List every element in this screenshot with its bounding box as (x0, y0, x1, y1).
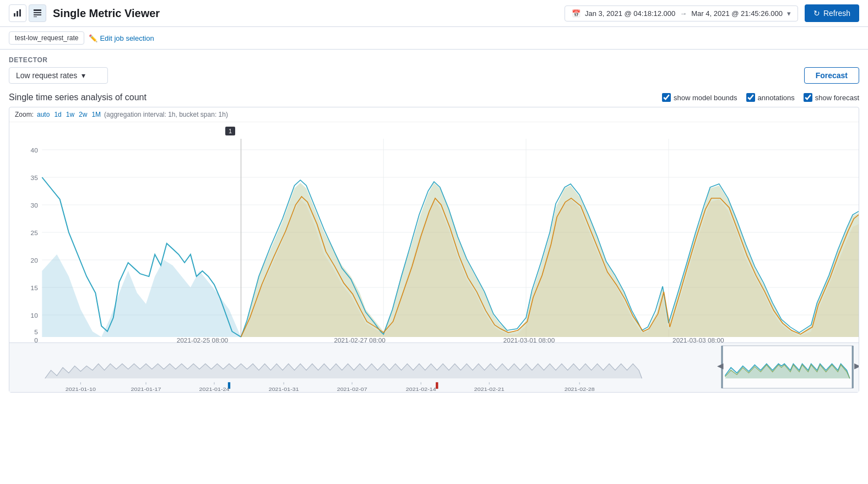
annotations-checkbox[interactable] (746, 93, 755, 102)
zoom-label: Zoom: (15, 111, 34, 118)
edit-icon: ✏️ (89, 34, 97, 42)
show-forecast-text: show forecast (815, 94, 859, 102)
chart-header: Single time series analysis of count sho… (0, 90, 868, 107)
date-end: Mar 4, 2021 @ 21:45:26.000 (691, 9, 783, 18)
page-title: Single Metric Viewer (53, 7, 558, 20)
svg-text:0: 0 (34, 337, 38, 342)
svg-text:2021-02-21: 2021-02-21 (474, 386, 504, 392)
svg-text:2021-03-01 08:00: 2021-03-01 08:00 (503, 337, 555, 342)
svg-text:30: 30 (31, 202, 38, 209)
chart-view-button[interactable] (9, 4, 26, 22)
navigator-svg: ◀ ▶ 2021-01-10 2021-01-17 2021-01-24 202… (9, 343, 859, 392)
zoom-bar: Zoom: auto 1d 1w 2w 1M (aggregation inte… (9, 107, 859, 122)
show-model-bounds-label[interactable]: show model bounds (662, 93, 737, 102)
main-chart: 1 40 35 30 25 20 15 10 (9, 122, 859, 342)
forecast-button[interactable]: Forecast (804, 67, 859, 84)
zoom-1m[interactable]: 1M (91, 111, 101, 118)
anomaly-badge: 1 (225, 127, 235, 135)
show-model-bounds-text: show model bounds (674, 94, 737, 102)
svg-rect-1 (17, 11, 18, 17)
table-view-button[interactable] (29, 4, 46, 22)
edit-job-button[interactable]: ✏️ Edit job selection (89, 34, 154, 42)
svg-text:35: 35 (31, 175, 38, 181)
svg-text:40: 40 (31, 147, 38, 154)
detector-label: Detector (9, 56, 859, 64)
svg-text:▶: ▶ (854, 362, 859, 370)
detector-section: Detector Low request rates ▾ Forecast (0, 50, 868, 90)
chevron-down-icon: ▾ (82, 71, 85, 80)
show-forecast-checkbox[interactable] (804, 93, 812, 102)
main-chart-svg: 40 35 30 25 20 15 10 5 0 (9, 122, 859, 342)
svg-text:25: 25 (31, 230, 38, 236)
refresh-icon: ↻ (813, 9, 820, 18)
date-range-picker[interactable]: 📅 Jan 3, 2021 @ 04:18:12.000 → Mar 4, 20… (565, 6, 798, 21)
annotations-text: annotations (758, 94, 795, 102)
date-separator: → (680, 9, 687, 18)
svg-text:2021-02-25 08:00: 2021-02-25 08:00 (177, 337, 229, 342)
show-forecast-label[interactable]: show forecast (804, 93, 859, 102)
svg-text:2021-02-28: 2021-02-28 (565, 386, 595, 392)
detector-value: Low request rates (16, 71, 77, 80)
svg-rect-2 (19, 9, 21, 17)
chevron-down-icon: ▾ (787, 9, 791, 18)
calendar-icon: 📅 (572, 9, 581, 18)
zoom-1w[interactable]: 1w (66, 111, 74, 118)
chart-checkboxes: show model bounds annotations show forec… (662, 93, 859, 102)
svg-text:2021-02-14: 2021-02-14 (406, 386, 436, 392)
chart-navigator[interactable]: ◀ ▶ 2021-01-10 2021-01-17 2021-01-24 202… (9, 342, 859, 392)
job-toolbar: test-low_request_rate ✏️ Edit job select… (0, 27, 868, 50)
agg-info: (aggregation interval: 1h, bucket span: … (104, 111, 228, 118)
view-switcher (9, 4, 46, 22)
svg-text:2021-02-27 08:00: 2021-02-27 08:00 (334, 337, 386, 342)
refresh-button[interactable]: ↻ Refresh (805, 4, 859, 22)
annotations-label[interactable]: annotations (746, 93, 795, 102)
detector-row: Low request rates ▾ Forecast (9, 67, 859, 84)
zoom-1d[interactable]: 1d (54, 111, 61, 118)
svg-text:2021-01-17: 2021-01-17 (131, 386, 161, 392)
zoom-auto[interactable]: auto (37, 111, 50, 118)
svg-text:2021-03-03 08:00: 2021-03-03 08:00 (672, 337, 724, 342)
svg-text:2021-01-31: 2021-01-31 (269, 386, 299, 392)
svg-rect-0 (14, 13, 15, 17)
svg-rect-4 (34, 12, 41, 13)
svg-rect-5 (34, 14, 41, 15)
svg-text:2021-01-10: 2021-01-10 (66, 386, 96, 392)
app-header: Single Metric Viewer 📅 Jan 3, 2021 @ 04:… (0, 0, 868, 27)
chart-container: Zoom: auto 1d 1w 2w 1M (aggregation inte… (9, 107, 859, 393)
svg-text:5: 5 (34, 329, 38, 335)
chart-icon (13, 9, 22, 18)
svg-text:15: 15 (31, 285, 38, 291)
chart-title: Single time series analysis of count (9, 93, 147, 102)
refresh-label: Refresh (823, 9, 850, 18)
date-start: Jan 3, 2021 @ 04:18:12.000 (585, 9, 675, 18)
svg-text:2021-01-24: 2021-01-24 (199, 386, 229, 392)
svg-text:20: 20 (31, 257, 38, 264)
job-badge: test-low_request_rate (9, 31, 84, 45)
edit-job-label: Edit job selection (100, 34, 154, 42)
show-model-bounds-checkbox[interactable] (662, 93, 671, 102)
zoom-2w[interactable]: 2w (79, 111, 87, 118)
table-icon (33, 9, 42, 18)
detector-dropdown[interactable]: Low request rates ▾ (9, 67, 108, 84)
svg-text:2021-02-07: 2021-02-07 (337, 386, 367, 392)
svg-rect-3 (34, 9, 41, 11)
svg-text:10: 10 (31, 312, 38, 319)
svg-text:◀: ◀ (717, 362, 723, 370)
svg-rect-6 (34, 17, 37, 17)
